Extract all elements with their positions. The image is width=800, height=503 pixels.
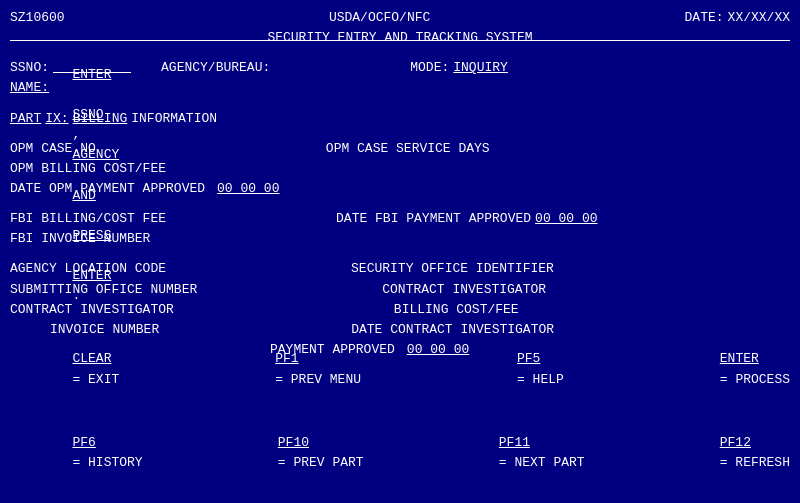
- enter-eq: = PROCESS: [720, 372, 790, 387]
- date-label: DATE:: [685, 8, 724, 28]
- pf10-key[interactable]: PF10: [278, 435, 309, 450]
- press-word: PRESS: [72, 228, 111, 243]
- pf6-key[interactable]: PF6: [72, 435, 95, 450]
- pf5-key[interactable]: PF5: [517, 351, 540, 366]
- and-word: AND: [72, 188, 95, 203]
- pf11-key[interactable]: PF11: [499, 435, 530, 450]
- pf5-group: PF5 = HELP: [455, 329, 564, 412]
- screen: SZ10600 USDA/OCFO/NFC DATE: XX/XX/XX SEC…: [10, 8, 790, 495]
- pf10-group: PF10 = PREV PART: [215, 412, 363, 495]
- agency-word: AGENCY: [72, 147, 119, 162]
- pf11-eq: = NEXT PART: [499, 455, 585, 470]
- pf12-group: PF12 = REFRESH: [657, 412, 790, 495]
- pf6-group: PF6 = HISTORY: [10, 412, 143, 495]
- pf5-eq: = HELP: [517, 372, 564, 387]
- pf1-key[interactable]: PF1: [275, 351, 298, 366]
- enter-instruction: ENTER SSNO , AGENCY AND PRESS ENTER .: [10, 45, 119, 327]
- pf10-eq: = PREV PART: [278, 455, 364, 470]
- pf11-group: PF11 = NEXT PART: [436, 412, 584, 495]
- enter-word2: ENTER: [72, 268, 111, 283]
- date-value: XX/XX/XX: [728, 8, 790, 28]
- enter-word: ENTER: [72, 67, 111, 82]
- pf12-key[interactable]: PF12: [720, 435, 751, 450]
- pf1-eq: = PREV MENU: [275, 372, 361, 387]
- clear-key[interactable]: CLEAR: [72, 351, 111, 366]
- pf1-group: PF1 = PREV MENU: [213, 329, 361, 412]
- ssno-word: SSNO: [72, 107, 103, 122]
- enter-key[interactable]: ENTER: [720, 351, 759, 366]
- pf6-eq: = HISTORY: [72, 455, 142, 470]
- center-title: USDA/OCFO/NFC: [75, 8, 685, 28]
- clear-group: CLEAR = EXIT: [10, 329, 119, 412]
- pf12-eq: = REFRESH: [720, 455, 790, 470]
- bottom-bar: ENTER SSNO , AGENCY AND PRESS ENTER . CL…: [10, 40, 790, 495]
- enter-group: ENTER = PROCESS: [657, 329, 790, 412]
- clear-eq: = EXIT: [72, 372, 119, 387]
- app-id: SZ10600: [10, 8, 65, 28]
